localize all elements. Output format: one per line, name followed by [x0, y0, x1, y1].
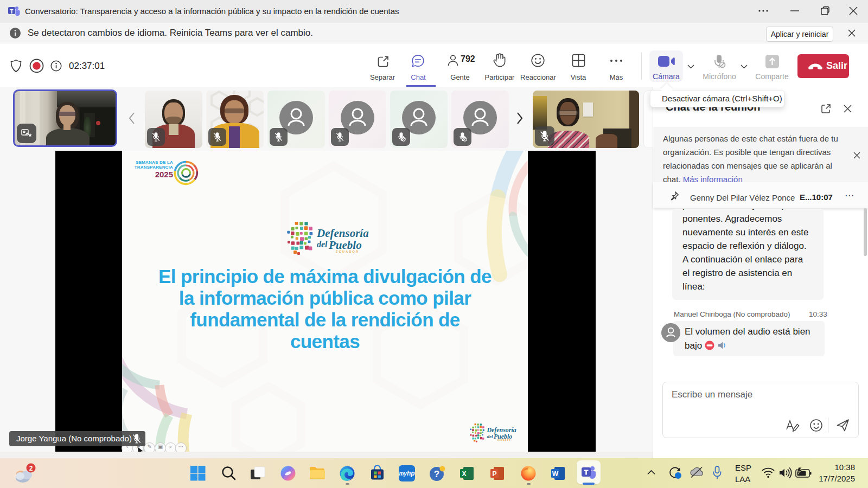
svg-text:W: W: [552, 470, 559, 478]
svg-text:del: del: [317, 240, 328, 249]
svg-text:ECUADOR: ECUADOR: [336, 250, 359, 253]
svg-text:Defensoría: Defensoría: [316, 227, 369, 240]
svg-text:X: X: [462, 470, 466, 478]
svg-text:2: 2: [29, 465, 33, 472]
svg-text:P: P: [492, 470, 496, 478]
svg-text:?: ?: [434, 469, 439, 479]
